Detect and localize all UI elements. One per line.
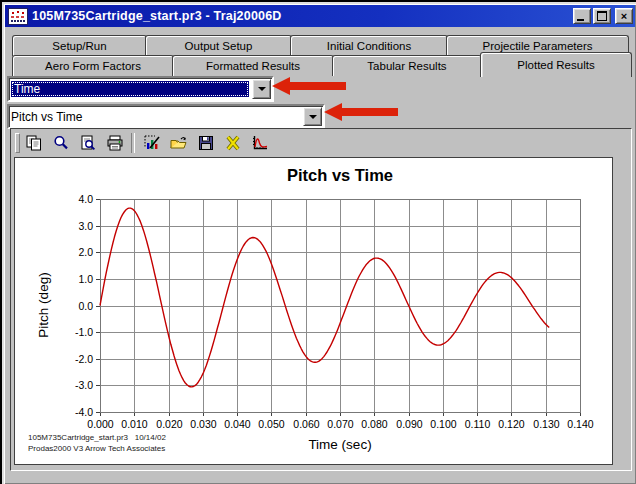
svg-text:0.080: 0.080 [361,418,387,430]
svg-text:0.030: 0.030 [190,418,216,430]
chevron-down-icon [258,87,266,95]
svg-text:0.110: 0.110 [465,418,491,430]
svg-text:-3.0: -3.0 [75,379,93,391]
plotted-results-panel: Pitch vs Time Pitch (deg) Time (sec) 105… [10,128,632,471]
save-icon [197,135,215,151]
minimize-icon [577,19,584,21]
close-button[interactable]: × [615,8,633,24]
annotation-arrow-variable [272,77,346,95]
tab-setup-run[interactable]: Setup/Run [12,35,147,56]
variable-combobox-dropdown-button[interactable] [252,79,271,99]
tab-label: Projectile Parameters [483,40,593,52]
svg-text:0.120: 0.120 [498,418,524,430]
open-folder-icon [170,135,188,151]
print-button[interactable] [101,131,128,156]
zoom-button[interactable] [47,131,74,156]
print-preview-button[interactable] [74,131,101,156]
copy-icon [25,135,43,151]
svg-text:0.090: 0.090 [396,418,422,430]
variable-combobox[interactable]: Time [7,76,274,102]
plot-combobox-value: Pitch vs Time [11,110,82,124]
tab-label: Aero Form Factors [45,60,141,72]
svg-text:3.0: 3.0 [78,220,93,232]
svg-text:0.140: 0.140 [567,418,593,430]
svg-text:0.070: 0.070 [327,418,353,430]
annotation-arrow-plot [324,103,398,121]
svg-text:0.000: 0.000 [87,418,113,430]
svg-text:-1.0: -1.0 [75,326,93,338]
chevron-down-icon [309,115,317,123]
svg-text:-4.0: -4.0 [75,406,93,418]
tab-formatted-results[interactable]: Formatted Results [172,55,334,76]
save-button[interactable] [192,131,219,156]
svg-text:0.100: 0.100 [430,418,456,430]
zoom-icon [52,135,70,151]
svg-text:0.060: 0.060 [293,418,319,430]
plot-style-button[interactable] [246,131,273,156]
close-icon: × [621,11,627,21]
svg-text:0.020: 0.020 [156,418,182,430]
plot-combobox[interactable]: Pitch vs Time [7,104,325,129]
maximize-button[interactable] [593,8,611,24]
svg-text:0.130: 0.130 [533,418,559,430]
plot-curve-icon [251,135,269,151]
arrow-head [324,103,342,121]
pitch-vs-time-plot: 0.0000.0100.0200.0300.0400.0500.0600.070… [15,158,612,464]
open-button[interactable] [165,131,192,156]
tab-output-setup[interactable]: Output Setup [145,35,292,56]
svg-text:1.0: 1.0 [78,273,93,285]
window-title: 105M735Cartridge_start.pr3 - Traj20006D [32,9,282,23]
tab-label: Setup/Run [52,40,106,52]
svg-text:4.0: 4.0 [78,193,93,205]
title-bar[interactable]: 105M735Cartridge_start.pr3 - Traj20006D … [5,5,635,27]
toolbar-separator [131,133,135,153]
tab-initial-conditions[interactable]: Initial Conditions [290,35,448,56]
copy-button[interactable] [20,131,47,156]
chart-toolbar [11,129,631,157]
arrow-head [272,77,290,95]
print-icon [106,135,124,151]
svg-text:2.0: 2.0 [78,246,93,258]
tab-label: Initial Conditions [327,40,411,52]
chart-wizard-icon [143,135,161,151]
tab-tabular-results[interactable]: Tabular Results [332,55,482,76]
plot-combobox-dropdown-button[interactable] [303,107,322,126]
tab-label: Tabular Results [367,60,446,72]
app-icon [8,8,28,25]
tab-aero-form-factors[interactable]: Aero Form Factors [12,55,174,76]
svg-text:0.040: 0.040 [224,418,250,430]
variable-combobox-value: Time [11,81,249,97]
svg-text:0.050: 0.050 [258,418,284,430]
application-window: 105M735Cartridge_start.pr3 - Traj20006D … [0,0,636,484]
print-preview-icon [79,135,97,151]
arrow-tail [341,108,398,116]
tab-label: Output Setup [185,40,253,52]
svg-text:0.0: 0.0 [78,300,93,312]
excel-export-icon [224,135,242,151]
svg-text:0.010: 0.010 [121,418,147,430]
chart-canvas: Pitch vs Time Pitch (deg) Time (sec) 105… [14,157,613,465]
svg-text:-2.0: -2.0 [75,353,93,365]
maximize-icon [597,11,607,21]
minimize-button[interactable] [573,8,591,24]
excel-export-button[interactable] [219,131,246,156]
tab-label: Plotted Results [517,59,594,71]
tab-plotted-results[interactable]: Plotted Results [480,52,632,77]
chart-wizard-button[interactable] [138,131,165,156]
arrow-tail [289,82,346,90]
tab-label: Formatted Results [206,60,300,72]
